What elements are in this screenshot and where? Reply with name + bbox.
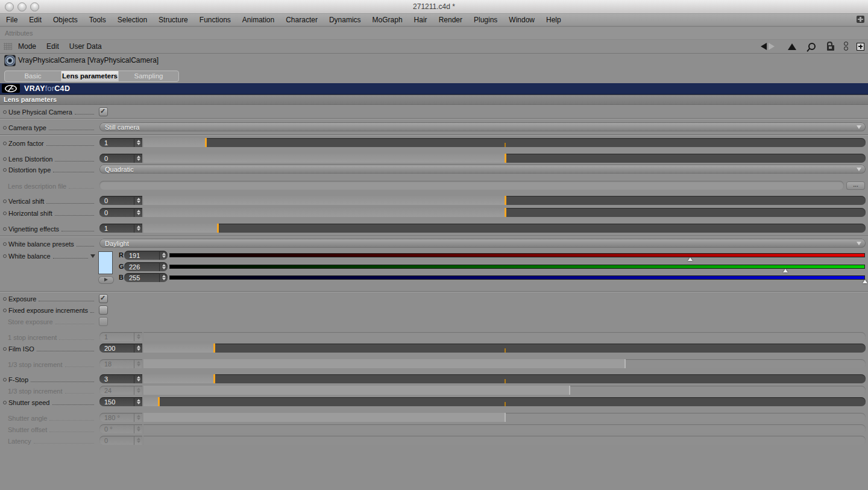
stepper-down-icon[interactable]	[137, 143, 140, 145]
vertical-shift-slider-handle[interactable]	[505, 196, 506, 205]
stepper-down-icon[interactable]	[137, 201, 140, 203]
stepper-down-icon[interactable]	[137, 213, 140, 215]
stepper-down-icon[interactable]	[162, 267, 166, 269]
keyframe-dot-icon[interactable]	[3, 242, 7, 246]
stepper-down-icon[interactable]	[137, 159, 140, 161]
stepper-down-icon[interactable]	[137, 379, 140, 382]
film-iso-stepper[interactable]	[134, 344, 142, 353]
f-stop-slider[interactable]	[143, 374, 866, 383]
attributes-menu-item-user-data[interactable]: User Data	[69, 42, 102, 51]
vertical-shift-slider[interactable]	[143, 196, 866, 205]
menu-item-tools[interactable]: Tools	[89, 16, 106, 24]
one-third-stop-increment-iso-value-field[interactable]: 18	[99, 359, 142, 368]
keyframe-dot-icon[interactable]	[3, 126, 7, 130]
stepper-up-icon[interactable]	[137, 438, 140, 440]
menu-item-animation[interactable]: Animation	[242, 16, 274, 24]
zoom-factor-value-field[interactable]: 1	[99, 138, 142, 147]
channel-stepper[interactable]	[159, 273, 168, 282]
shutter-speed-stepper[interactable]	[134, 397, 142, 406]
color-expand-button[interactable]	[98, 276, 114, 284]
channel-slider-handle[interactable]	[863, 280, 867, 283]
exposure-checkbox[interactable]: ✓	[99, 294, 108, 303]
search-icon[interactable]	[808, 43, 816, 50]
zoom-factor-stepper[interactable]	[134, 138, 142, 147]
vertical-shift-value-field[interactable]: 0	[99, 196, 142, 205]
lens-distortion-stepper[interactable]	[134, 154, 142, 163]
distortion-type-dropdown[interactable]: Quadratic	[99, 165, 866, 174]
white-balance-r-field[interactable]: 191	[124, 251, 168, 260]
stepper-down-icon[interactable]	[137, 364, 140, 366]
stepper-up-icon[interactable]	[137, 388, 140, 390]
film-iso-slider[interactable]	[143, 344, 866, 353]
stepper-down-icon[interactable]	[162, 256, 166, 258]
menu-item-selection[interactable]: Selection	[118, 16, 147, 24]
latency-value-field[interactable]: 0	[99, 436, 142, 445]
shutter-offset-stepper[interactable]	[134, 424, 142, 433]
horizontal-shift-stepper[interactable]	[134, 208, 142, 217]
one-third-stop-increment-iso-stepper[interactable]	[134, 359, 142, 368]
keyframe-dot-icon[interactable]	[3, 212, 7, 215]
grip-icon[interactable]	[4, 43, 12, 50]
horizontal-shift-slider-handle[interactable]	[505, 208, 506, 217]
vignetting-effects-value-field[interactable]: 1	[99, 224, 142, 233]
attributes-menu-item-edit[interactable]: Edit	[46, 42, 59, 51]
one-stop-increment-slider[interactable]	[143, 332, 866, 341]
menu-item-window[interactable]: Window	[509, 16, 535, 24]
vignetting-effects-slider[interactable]	[143, 224, 866, 233]
f-stop-slider-handle[interactable]	[213, 374, 215, 383]
menu-item-edit[interactable]: Edit	[29, 16, 42, 24]
keyframe-dot-icon[interactable]	[3, 142, 7, 145]
menu-item-plugins[interactable]: Plugins	[474, 16, 497, 24]
zoom-factor-slider-handle[interactable]	[205, 138, 207, 147]
fixed-exposure-increments-checkbox[interactable]	[99, 306, 108, 315]
menu-item-structure[interactable]: Structure	[159, 16, 188, 24]
one-third-stop-increment-fstop-value-field[interactable]: 24	[99, 386, 142, 395]
layout-icon[interactable]	[857, 16, 864, 23]
menu-item-render[interactable]: Render	[439, 16, 462, 24]
keyframe-dot-icon[interactable]	[3, 157, 7, 161]
stepper-up-icon[interactable]	[137, 334, 140, 336]
lens-distortion-slider-handle[interactable]	[505, 154, 506, 163]
channel-stepper[interactable]	[159, 251, 168, 260]
back-icon[interactable]	[761, 43, 767, 50]
keyframe-dot-icon[interactable]	[3, 378, 7, 382]
up-icon[interactable]	[788, 43, 796, 50]
menu-item-help[interactable]: Help	[546, 16, 561, 24]
stepper-up-icon[interactable]	[137, 225, 140, 228]
stepper-up-icon[interactable]	[162, 275, 166, 277]
stepper-down-icon[interactable]	[137, 441, 140, 443]
stepper-up-icon[interactable]	[137, 198, 140, 200]
menu-item-hair[interactable]: Hair	[414, 16, 427, 24]
channel-slider-handle[interactable]	[783, 269, 788, 272]
vignetting-effects-slider-handle[interactable]	[217, 224, 219, 233]
forward-icon[interactable]	[769, 43, 775, 50]
shutter-speed-value-field[interactable]: 150	[99, 397, 142, 406]
menu-item-character[interactable]: Character	[286, 16, 318, 24]
stepper-up-icon[interactable]	[162, 264, 166, 266]
collapse-arrow-icon[interactable]	[90, 254, 95, 258]
channel-slider-handle[interactable]	[688, 257, 693, 261]
keyframe-dot-icon[interactable]	[3, 168, 7, 172]
add-panel-icon[interactable]	[857, 43, 864, 51]
lens-distortion-value-field[interactable]: 0	[99, 154, 142, 163]
lens-distortion-slider[interactable]	[143, 154, 866, 163]
stepper-up-icon[interactable]	[137, 426, 140, 429]
stepper-up-icon[interactable]	[137, 399, 140, 401]
vignetting-effects-stepper[interactable]	[134, 224, 142, 233]
stepper-up-icon[interactable]	[162, 253, 166, 255]
one-stop-increment-stepper[interactable]	[134, 332, 142, 341]
keyframe-dot-icon[interactable]	[3, 347, 7, 351]
shutter-offset-value-field[interactable]: 0 °	[99, 424, 142, 433]
zoom-factor-slider[interactable]	[143, 138, 866, 147]
color-swatch[interactable]	[98, 251, 113, 274]
stepper-up-icon[interactable]	[137, 210, 140, 212]
one-stop-increment-value-field[interactable]: 1	[99, 332, 142, 341]
stepper-up-icon[interactable]	[137, 345, 140, 348]
latency-stepper[interactable]	[134, 436, 142, 445]
stepper-down-icon[interactable]	[137, 402, 140, 404]
horizontal-shift-value-field[interactable]: 0	[99, 208, 142, 217]
channel-gradient-bar-b[interactable]	[169, 275, 865, 280]
keyframe-dot-icon[interactable]	[3, 199, 7, 203]
one-third-stop-increment-fstop-slider[interactable]	[143, 386, 866, 395]
keyframe-dot-icon[interactable]	[3, 297, 7, 301]
